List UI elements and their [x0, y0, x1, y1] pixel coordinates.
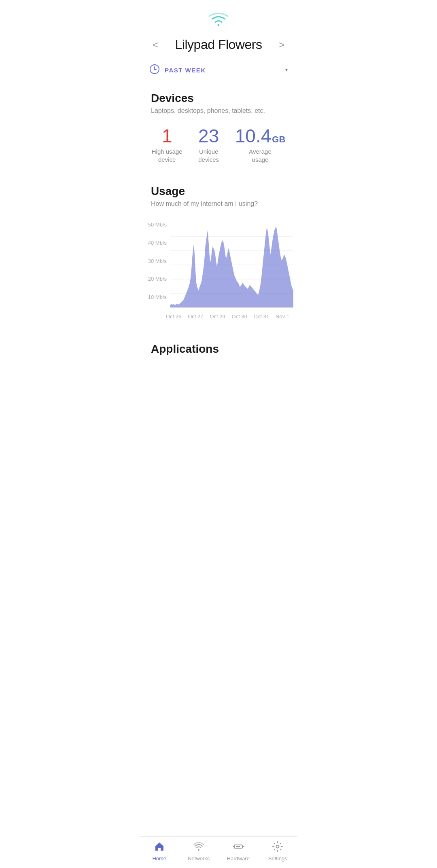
usage-subtitle: How much of my internet am I using? — [151, 200, 286, 207]
period-selector[interactable]: PAST WEEK ▾ — [140, 58, 297, 82]
y-label-10: 10 Mb/s — [144, 294, 170, 300]
network-name: Lilypad Flowers — [175, 37, 262, 52]
y-label-40: 40 Mb/s — [144, 240, 170, 246]
y-label-20: 20 Mb/s — [144, 276, 170, 282]
usage-section: Usage How much of my internet am I using… — [140, 175, 297, 320]
nav-networks[interactable]: Networks — [185, 841, 213, 862]
x-label-oct31: Oct 31 — [254, 313, 269, 320]
stat-unique-devices: 23 Uniquedevices — [198, 127, 219, 163]
y-label-50: 50 Mb/s — [144, 222, 170, 227]
usage-header: Usage How much of my internet am I using… — [140, 185, 297, 222]
devices-subtitle: Laptops, desktops, phones, tablets, etc. — [151, 107, 286, 114]
chart-container: 10 Mb/s 20 Mb/s 30 Mb/s 40 Mb/s 50 Mb/s — [140, 222, 293, 311]
average-usage-label: Averageusage — [249, 148, 272, 163]
nav-hardware[interactable]: Hardware — [224, 841, 252, 862]
prev-arrow[interactable]: < — [149, 38, 161, 52]
devices-title: Devices — [151, 92, 286, 105]
stat-high-usage: 1 High usagedevice — [152, 127, 182, 163]
networks-wifi-icon — [193, 841, 204, 854]
svg-rect-10 — [236, 846, 240, 847]
average-usage-number: 10.4 — [235, 127, 272, 145]
nav-networks-label: Networks — [188, 855, 210, 862]
bottom-nav: Home Networks Hardware — [140, 836, 297, 868]
x-label-oct27: Oct 27 — [188, 313, 203, 320]
unique-devices-value: 23 — [198, 127, 219, 145]
unique-devices-label: Uniquedevices — [198, 148, 219, 163]
svg-point-0 — [218, 24, 220, 26]
next-arrow[interactable]: > — [276, 38, 288, 52]
wifi-icon-large — [208, 11, 229, 29]
x-label-oct29: Oct 29 — [210, 313, 225, 320]
applications-title: Applications — [151, 343, 286, 356]
stat-average-usage: 10.4GB Averageusage — [235, 127, 286, 163]
usage-title: Usage — [151, 185, 286, 198]
y-axis: 10 Mb/s 20 Mb/s 30 Mb/s 40 Mb/s 50 Mb/s — [144, 222, 170, 311]
settings-gear-icon — [272, 841, 283, 854]
nav-home[interactable]: Home — [145, 841, 174, 862]
period-label: PAST WEEK — [165, 67, 280, 74]
applications-section: Applications — [140, 331, 297, 406]
average-usage-value: 10.4GB — [235, 127, 286, 145]
top-wifi-icon — [140, 0, 297, 33]
nav-home-label: Home — [152, 855, 166, 862]
dropdown-arrow-icon: ▾ — [285, 67, 288, 73]
x-axis: Oct 26 Oct 27 Oct 29 Oct 30 Oct 31 Nov 1 — [140, 311, 293, 320]
chart-area: 10 Mb/s 20 Mb/s 30 Mb/s 40 Mb/s 50 Mb/s — [140, 222, 297, 320]
svg-point-8 — [198, 849, 199, 851]
clock-icon — [149, 64, 160, 76]
devices-section: Devices Laptops, desktops, phones, table… — [140, 82, 297, 114]
header: < Lilypad Flowers > — [140, 33, 297, 58]
stats-row: 1 High usagedevice 23 Uniquedevices 10.4… — [140, 123, 297, 175]
nav-settings[interactable]: Settings — [263, 841, 292, 862]
high-usage-label: High usagedevice — [152, 148, 182, 163]
x-label-oct26: Oct 26 — [166, 313, 181, 320]
x-label-nov1: Nov 1 — [276, 313, 289, 320]
y-label-30: 30 Mb/s — [144, 258, 170, 264]
home-icon — [154, 841, 165, 854]
nav-hardware-label: Hardware — [227, 855, 250, 862]
hardware-icon — [233, 841, 244, 854]
nav-settings-label: Settings — [268, 855, 287, 862]
svg-point-13 — [276, 845, 279, 848]
high-usage-value: 1 — [162, 127, 172, 145]
x-label-oct30: Oct 30 — [232, 313, 247, 320]
gb-unit: GB — [272, 135, 285, 144]
usage-chart — [170, 222, 293, 311]
